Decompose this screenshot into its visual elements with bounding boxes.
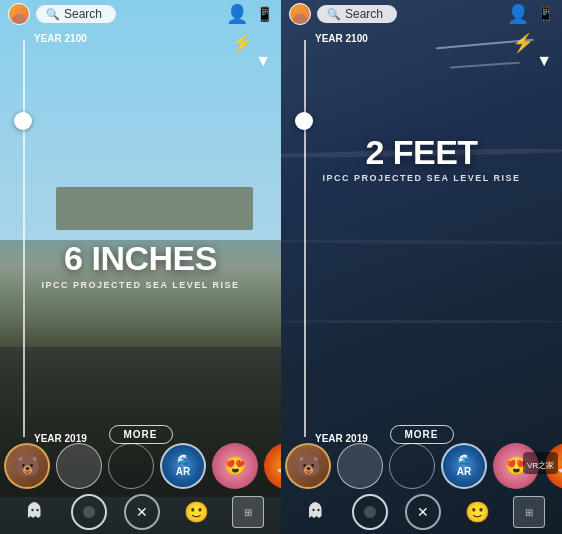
svg-point-1 bbox=[36, 509, 38, 511]
filter-empty2-left[interactable] bbox=[108, 443, 154, 489]
timeline-line-right bbox=[304, 40, 306, 437]
top-bar-right-left-group: 🔍 Search bbox=[289, 3, 397, 25]
timeline-slider-left[interactable]: YEAR 2100 YEAR 2019 bbox=[14, 28, 34, 449]
add-friend-icon-left[interactable]: 👤 bbox=[226, 3, 248, 25]
action-bar-right: ✕ 🙂 ⊞ bbox=[281, 490, 562, 534]
emoji-sticker-left: 🙂 bbox=[184, 500, 209, 524]
watermark-text: VR之家 bbox=[527, 461, 554, 470]
filter-pink-left[interactable]: 😍 bbox=[212, 443, 258, 489]
action-bar-left: ✕ 🙂 ⊞ bbox=[0, 490, 281, 534]
filter-empty2-right[interactable] bbox=[389, 443, 435, 489]
left-phone-panel: 🔍 Search 👤 📱 ⚡ ▼ YEAR 2100 YEAR 2019 6 I… bbox=[0, 0, 281, 534]
phone-icon-right[interactable]: 📱 bbox=[537, 6, 554, 22]
sticker-icon-left[interactable]: 🙂 bbox=[178, 494, 214, 530]
right-phone-panel: 🔍 Search 👤 📱 ⚡ ▼ YEAR 2100 YEAR 2019 2 F… bbox=[281, 0, 562, 534]
filter-tray-right: 🐻 🌊AR 😍 🦊 ⊙ bbox=[281, 440, 562, 492]
filter-climate-left[interactable]: 🌊AR bbox=[160, 443, 206, 489]
measurement-overlay-left: 6 INCHES IPCC PROJECTED SEA LEVEL RISE bbox=[0, 240, 281, 289]
measurement-value-right: 2 FEET bbox=[281, 134, 562, 171]
capture-btn-left[interactable] bbox=[71, 494, 107, 530]
top-bar-right: 🔍 Search 👤 📱 bbox=[281, 0, 562, 28]
emoji-sticker-right: 🙂 bbox=[465, 500, 490, 524]
add-friend-icon-right[interactable]: 👤 bbox=[507, 3, 529, 25]
filter-empty1-right[interactable] bbox=[337, 443, 383, 489]
filter-tray-left: 🐻 🌊AR 😍 🦊 ⊙ bbox=[0, 440, 281, 492]
avatar-right[interactable] bbox=[289, 3, 311, 25]
climate-icon-left: 🌊AR bbox=[176, 454, 190, 478]
search-bar-right[interactable]: 🔍 Search bbox=[317, 5, 397, 23]
svg-point-2 bbox=[312, 509, 314, 511]
measurement-overlay-right: 2 FEET IPCC PROJECTED SEA LEVEL RISE bbox=[281, 134, 562, 183]
xmark-btn-right[interactable]: ✕ bbox=[405, 494, 441, 530]
bolt-icon-left[interactable]: ⚡ bbox=[231, 33, 253, 53]
phone-icon-left[interactable]: 📱 bbox=[256, 6, 273, 22]
search-bar-left[interactable]: 🔍 Search bbox=[36, 5, 116, 23]
measurement-value-left: 6 INCHES bbox=[0, 240, 281, 277]
top-bar-right-right-group: 👤 📱 bbox=[507, 3, 554, 25]
capture-btn-right[interactable] bbox=[352, 494, 388, 530]
bolt-icon-right[interactable]: ⚡ bbox=[512, 33, 534, 53]
timeline-handle-left[interactable] bbox=[14, 112, 32, 130]
top-bar-right-group: 👤 📱 bbox=[226, 3, 273, 25]
svg-point-0 bbox=[31, 509, 33, 511]
xmark-btn-left[interactable]: ✕ bbox=[124, 494, 160, 530]
flash-area-right: ⚡ bbox=[512, 32, 534, 54]
capture-inner-right bbox=[364, 506, 376, 518]
timeline-line-left bbox=[23, 40, 25, 437]
year-top-right: YEAR 2100 bbox=[315, 33, 368, 44]
measurement-sub-left: IPCC PROJECTED SEA LEVEL RISE bbox=[0, 280, 281, 290]
gallery-btn-right[interactable]: ⊞ bbox=[513, 496, 545, 528]
ghost-icon-left[interactable] bbox=[17, 494, 53, 530]
top-bar-left-group: 🔍 Search bbox=[8, 3, 116, 25]
sticker-icon-right[interactable]: 🙂 bbox=[459, 494, 495, 530]
search-label-left: Search bbox=[64, 7, 102, 21]
gallery-icon-glyph-right: ⊞ bbox=[525, 507, 533, 518]
search-icon-right: 🔍 bbox=[327, 8, 341, 21]
chevron-left[interactable]: ▼ bbox=[255, 52, 271, 70]
climate-icon-right: 🌊AR bbox=[457, 454, 471, 478]
measurement-sub-right: IPCC PROJECTED SEA LEVEL RISE bbox=[281, 173, 562, 183]
filter-orange-left[interactable]: 🦊 bbox=[264, 443, 281, 489]
search-icon-left: 🔍 bbox=[46, 8, 60, 21]
timeline-slider-right[interactable]: YEAR 2100 YEAR 2019 bbox=[295, 28, 315, 449]
xmark-icon-left: ✕ bbox=[136, 504, 148, 520]
capture-inner-left bbox=[83, 506, 95, 518]
watermark: VR之家 bbox=[523, 452, 558, 474]
filter-empty1-left[interactable] bbox=[56, 443, 102, 489]
filter-avatar-left[interactable]: 🐻 bbox=[4, 443, 50, 489]
svg-point-3 bbox=[317, 509, 319, 511]
gallery-icon-glyph-left: ⊞ bbox=[244, 507, 252, 518]
overpass bbox=[56, 187, 253, 230]
flash-area-left: ⚡ bbox=[231, 32, 253, 54]
filter-climate-right[interactable]: 🌊AR bbox=[441, 443, 487, 489]
gallery-btn-left[interactable]: ⊞ bbox=[232, 496, 264, 528]
filter-avatar-right[interactable]: 🐻 bbox=[285, 443, 331, 489]
top-bar-left: 🔍 Search 👤 📱 bbox=[0, 0, 281, 28]
xmark-area: ✕ bbox=[124, 494, 160, 530]
timeline-handle-right[interactable] bbox=[295, 112, 313, 130]
ghost-icon-right[interactable] bbox=[298, 494, 334, 530]
year-top-left: YEAR 2100 bbox=[34, 33, 87, 44]
search-label-right: Search bbox=[345, 7, 383, 21]
xmark-icon-right: ✕ bbox=[417, 504, 429, 520]
avatar[interactable] bbox=[8, 3, 30, 25]
chevron-right[interactable]: ▼ bbox=[536, 52, 552, 70]
